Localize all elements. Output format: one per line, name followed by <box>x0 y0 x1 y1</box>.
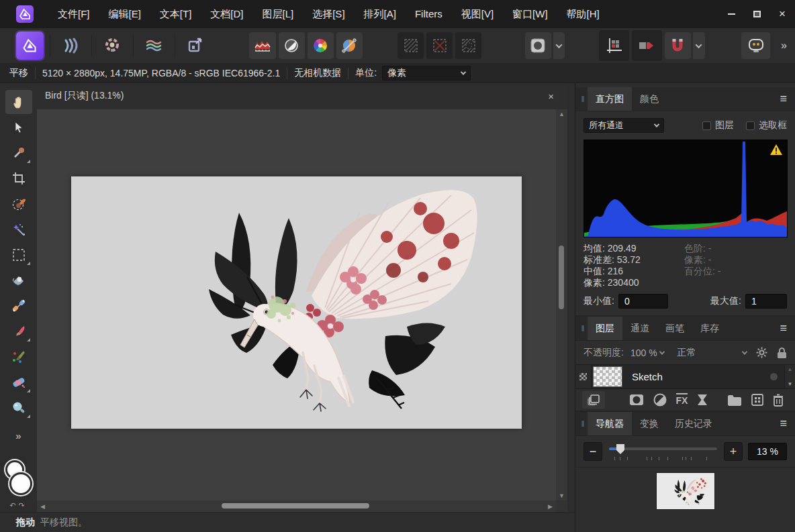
layer-effects-button[interactable]: FX <box>676 393 688 407</box>
flood-select-tool[interactable] <box>5 217 32 242</box>
menu-window[interactable]: 窗口[W] <box>503 0 557 28</box>
panel-drag-handle[interactable]: ‖ <box>578 412 588 435</box>
snapping-button[interactable] <box>665 32 691 59</box>
scroll-up-arrow[interactable]: ▲ <box>788 366 793 372</box>
group-layers-button[interactable] <box>727 394 742 407</box>
horizontal-scroll-thumb[interactable] <box>222 503 369 509</box>
min-input[interactable]: 0 <box>618 294 668 309</box>
layer-thumbnail[interactable] <box>593 366 622 387</box>
tab-stock[interactable]: 库存 <box>692 317 727 340</box>
zoom-slider-track[interactable] <box>609 447 717 450</box>
scroll-down-arrow[interactable]: ▼ <box>788 381 793 387</box>
menu-text[interactable]: 文本[T] <box>150 0 201 28</box>
adjustment-layer-button[interactable] <box>653 393 667 407</box>
channel-select[interactable]: 所有通道 <box>583 118 664 133</box>
move-by-whole-pixels-button[interactable] <box>632 30 662 61</box>
close-button[interactable]: × <box>769 0 795 28</box>
canvas-viewport[interactable]: ▲ ▼ ◀ ▶ <box>37 109 567 512</box>
gear-icon[interactable] <box>756 347 767 358</box>
horizontal-scrollbar[interactable]: ◀ ▶ <box>37 500 556 512</box>
layer-row-sketch[interactable]: Sketch ▲ ▼ <box>575 364 795 389</box>
maximize-button[interactable] <box>744 0 769 28</box>
eraser-tool[interactable] <box>5 370 32 394</box>
max-input[interactable]: 1 <box>745 294 787 309</box>
zoom-slider[interactable] <box>609 442 717 461</box>
snapping-dropdown[interactable] <box>693 32 705 59</box>
lock-icon[interactable] <box>777 347 787 359</box>
zoom-slider-thumb[interactable] <box>616 444 624 454</box>
scroll-down-arrow[interactable]: ▼ <box>556 491 567 500</box>
menu-help[interactable]: 帮助[H] <box>557 0 609 28</box>
blur-tool[interactable] <box>5 396 32 420</box>
tab-brushes[interactable]: 画笔 <box>657 317 692 340</box>
swap-colors-icon[interactable]: ↶↷ <box>4 501 34 510</box>
new-layer-button[interactable] <box>751 394 763 407</box>
move-tool[interactable] <box>5 115 32 140</box>
gradient-tool[interactable] <box>5 294 32 318</box>
force-pixel-alignment-button[interactable] <box>599 30 629 61</box>
navigator-thumbnail[interactable] <box>657 473 714 509</box>
panel-menu-icon[interactable]: ≡ <box>780 321 787 335</box>
menu-view[interactable]: 视图[V] <box>452 0 503 28</box>
menu-edit[interactable]: 编辑[E] <box>99 0 150 28</box>
tab-history[interactable]: 历史记录 <box>667 412 720 435</box>
zoom-out-button[interactable]: − <box>583 442 602 461</box>
develop-persona-button[interactable] <box>58 32 84 59</box>
assistant-button[interactable] <box>741 32 770 59</box>
view-hand-tool[interactable] <box>5 90 32 114</box>
document-tab[interactable]: Bird [只读] (13.1%) × <box>37 83 567 109</box>
auto-levels-button[interactable] <box>249 32 275 59</box>
menu-file[interactable]: 文件[F] <box>48 0 99 28</box>
unit-select[interactable]: 像素 <box>382 66 471 81</box>
layer-name[interactable]: Sketch <box>632 371 663 382</box>
duplicate-layers-button[interactable] <box>582 391 605 409</box>
opacity-value[interactable]: 100 % <box>630 348 657 358</box>
vertical-scrollbar[interactable]: ▲ ▼ <box>556 109 567 500</box>
zoom-in-button[interactable]: + <box>724 442 743 461</box>
panel-drag-handle[interactable]: ‖ <box>578 87 588 111</box>
toolbar-overflow-button[interactable]: » <box>781 40 787 52</box>
quick-mask-button[interactable] <box>525 32 551 59</box>
tab-histogram[interactable]: 直方图 <box>588 87 632 111</box>
auto-white-balance-button[interactable] <box>336 32 363 59</box>
scroll-right-arrow[interactable]: ▶ <box>545 502 556 511</box>
tab-close-button[interactable]: × <box>543 91 559 102</box>
tab-navigator[interactable]: 导航器 <box>588 412 632 435</box>
flood-fill-tool[interactable] <box>5 268 32 292</box>
menu-arrange[interactable]: 排列[A] <box>355 0 406 28</box>
auto-contrast-button[interactable] <box>279 32 305 59</box>
tab-color[interactable]: 颜色 <box>632 87 667 111</box>
delete-layer-button[interactable] <box>773 394 784 407</box>
zoom-value-field[interactable]: 13 % <box>748 443 787 460</box>
tab-transform[interactable]: 变换 <box>632 412 667 435</box>
panel-menu-icon[interactable]: ≡ <box>780 92 787 106</box>
layer-list-scrollbar[interactable]: ▲ ▼ <box>784 365 795 388</box>
vertical-scroll-thumb[interactable] <box>559 246 564 309</box>
blend-mode-select[interactable]: 正常 <box>677 347 696 359</box>
tools-overflow-button[interactable]: » <box>15 430 21 441</box>
layer-checkbox[interactable] <box>702 121 711 130</box>
pixel-brush-tool[interactable] <box>5 345 32 369</box>
crop-tool[interactable] <box>5 166 32 191</box>
marquee-checkbox-group[interactable]: 选取框 <box>746 119 787 131</box>
layer-checkbox-group[interactable]: 图层 <box>702 119 734 131</box>
select-all-button[interactable] <box>398 32 424 59</box>
auto-colors-button[interactable] <box>308 32 334 59</box>
menu-layer[interactable]: 图层[L] <box>253 0 303 28</box>
invert-selection-button[interactable] <box>455 32 481 59</box>
tonemap-persona-button[interactable] <box>99 32 126 59</box>
export-persona-button[interactable] <box>183 32 209 59</box>
color-picker-tool[interactable] <box>5 141 32 165</box>
minimize-button[interactable] <box>718 0 744 28</box>
mask-layer-button[interactable] <box>629 393 644 407</box>
live-filter-button[interactable] <box>697 393 708 407</box>
selection-brush-tool[interactable] <box>5 192 32 216</box>
scroll-up-arrow[interactable]: ▲ <box>556 109 567 119</box>
color-swatch-widget[interactable]: ↶↷ <box>4 460 34 499</box>
paint-brush-tool[interactable] <box>5 319 32 343</box>
liquify-persona-button[interactable] <box>141 32 167 59</box>
deselect-button[interactable] <box>426 32 453 59</box>
tab-channels[interactable]: 通道 <box>622 317 657 340</box>
menu-document[interactable]: 文档[D] <box>201 0 252 28</box>
panel-drag-handle[interactable]: ‖ <box>578 317 588 340</box>
